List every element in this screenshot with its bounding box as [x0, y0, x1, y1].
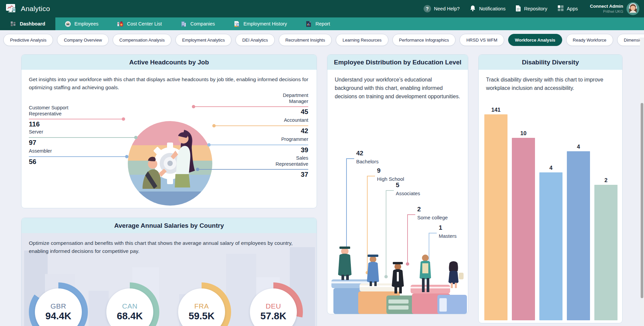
- app-title: Analytico: [21, 5, 50, 13]
- tab-label: Companies: [190, 21, 215, 26]
- bar-group: 10: [512, 130, 535, 320]
- tab-label: Dashboard: [20, 21, 45, 26]
- card-description: Track disability diversity with this cha…: [479, 70, 622, 93]
- pill-employment-analytics[interactable]: Employment Analytics: [175, 34, 231, 46]
- headcount-item: Customer Support Representative 116: [29, 105, 123, 128]
- pill-learning-resources[interactable]: Learning Resources: [336, 34, 388, 46]
- tab-label: Employees: [74, 21, 99, 26]
- apps-button[interactable]: Apps: [557, 5, 578, 12]
- pill-ready-workforce[interactable]: Ready Workforce: [566, 34, 613, 46]
- salary-value: 68.4K: [117, 311, 143, 322]
- headcount-label: Customer Support Representative: [29, 105, 84, 117]
- headcount-label: Department Manager: [271, 93, 308, 104]
- avatar[interactable]: [627, 2, 639, 15]
- headcount-line: [214, 125, 308, 126]
- pill-company-overview[interactable]: Company Overview: [57, 34, 108, 46]
- headcount-label: Server: [29, 129, 136, 135]
- bell-icon: [470, 5, 476, 13]
- salaries-chart: Optimize compensation and benefits with …: [21, 233, 317, 326]
- headcount-value: 45: [194, 108, 308, 116]
- country-code: DEU: [266, 302, 281, 310]
- tab-label: Report: [316, 21, 330, 26]
- dashboard-content: Active Headcounts by Job Get insights in…: [0, 50, 644, 326]
- module-tabbar: Dashboard Employees Cost Center List Com…: [0, 17, 644, 30]
- country-code: FRA: [194, 302, 209, 310]
- tab-label: Cost Center List: [127, 21, 162, 26]
- headcount-label: Accountant: [214, 117, 308, 123]
- repository-label: Repository: [524, 6, 547, 11]
- tab-label: Employment History: [244, 21, 287, 26]
- headcount-value: 42: [214, 127, 308, 135]
- repository-button[interactable]: Repository: [516, 5, 547, 13]
- card-title: Active Headcounts by Job: [21, 55, 317, 70]
- card-description: Understand your workforce’s educational …: [327, 70, 468, 101]
- card-average-salaries: Average Annual Salaries by Country Optim…: [21, 218, 317, 326]
- tab-companies[interactable]: Companies: [171, 17, 224, 30]
- document-icon: [516, 5, 521, 13]
- bar-group: 4: [539, 165, 562, 320]
- headcount-value: 97: [29, 139, 136, 147]
- bar: [594, 185, 618, 320]
- apps-label: Apps: [567, 6, 578, 11]
- education-value: 9: [377, 167, 404, 174]
- page-scrollbar-track[interactable]: [640, 38, 644, 326]
- pill-dei-analytics[interactable]: DEI Analytics: [235, 34, 275, 46]
- need-help-label: Need Help?: [434, 6, 460, 11]
- pill-workforce-analysis[interactable]: Workforce Analysis: [508, 34, 562, 46]
- building-icon: [180, 21, 187, 27]
- dashboard-pill-nav: Predictive Analysis Company Overview Com…: [0, 30, 644, 50]
- donut-deu: DEU 57.8K: [244, 282, 303, 326]
- dashboard-icon: [10, 21, 16, 27]
- headcount-label: Programmer: [209, 137, 308, 143]
- education-value: 2: [417, 206, 448, 213]
- page-scrollbar-thumb[interactable]: [641, 103, 643, 298]
- education-value: 5: [396, 181, 420, 189]
- history-doc-icon: [234, 21, 240, 27]
- bar: [484, 114, 507, 320]
- pill-performance-infographics[interactable]: Performance Infographics: [392, 34, 456, 46]
- headcount-label: Assembler: [29, 148, 127, 154]
- tab-employees[interactable]: Employees: [55, 17, 108, 30]
- country-code: CAN: [122, 302, 138, 310]
- pill-recruitment-insights[interactable]: Recruitment Insights: [279, 34, 332, 46]
- tab-report[interactable]: Report: [297, 17, 340, 30]
- bar-group: 2: [594, 177, 618, 320]
- headcount-line: [198, 169, 308, 170]
- headcount-item: Assembler 56: [29, 148, 127, 166]
- employees-icon: [65, 21, 71, 27]
- pill-predictive-analysis[interactable]: Predictive Analysis: [3, 34, 53, 46]
- tab-employment-history[interactable]: Employment History: [224, 17, 297, 30]
- bar: [512, 138, 535, 320]
- need-help-button[interactable]: ? Need Help?: [424, 5, 460, 12]
- bar-value: 4: [549, 165, 552, 171]
- bar-value: 141: [491, 107, 501, 113]
- pill-hrsd-vs-wfm[interactable]: HRSD VS WFM: [460, 34, 504, 46]
- card-title: Average Annual Salaries by Country: [21, 218, 317, 233]
- pill-compensation-analysis[interactable]: Compensation Analysis: [113, 34, 171, 46]
- bar: [567, 151, 590, 320]
- bar-group: 141: [484, 107, 507, 320]
- notifications-button[interactable]: Notifications: [470, 5, 505, 13]
- user-org: Prithwi UKG: [590, 9, 623, 14]
- salary-value: 57.8K: [260, 311, 286, 322]
- user-menu[interactable]: Connect Admin Prithwi UKG: [590, 2, 639, 15]
- headcount-value: 37: [198, 171, 308, 178]
- tab-dashboard[interactable]: Dashboard: [0, 17, 55, 30]
- headcount-line: [194, 106, 308, 107]
- education-label: Masters: [439, 233, 457, 239]
- card-description: Optimize compensation and benefits with …: [21, 233, 317, 255]
- apps-grid-icon: [557, 5, 564, 12]
- education-label: Some college: [417, 215, 448, 220]
- bar-value: 4: [577, 144, 580, 150]
- headcount-value: 116: [29, 120, 123, 128]
- card-disability-diversity: Disability Diversity Track disability di…: [478, 54, 623, 323]
- education-label: Associates: [396, 191, 420, 196]
- headcount-value: 39: [209, 146, 308, 154]
- headcounts-chart: Customer Support Representative 116 Serv…: [21, 92, 317, 208]
- report-icon: [306, 21, 312, 27]
- help-icon: ?: [424, 5, 431, 12]
- headcount-label: Sales Representative: [263, 155, 308, 167]
- card-title: Disability Diversity: [479, 55, 622, 70]
- tab-cost-center-list[interactable]: Cost Center List: [108, 17, 171, 30]
- country-code: GBR: [50, 302, 66, 310]
